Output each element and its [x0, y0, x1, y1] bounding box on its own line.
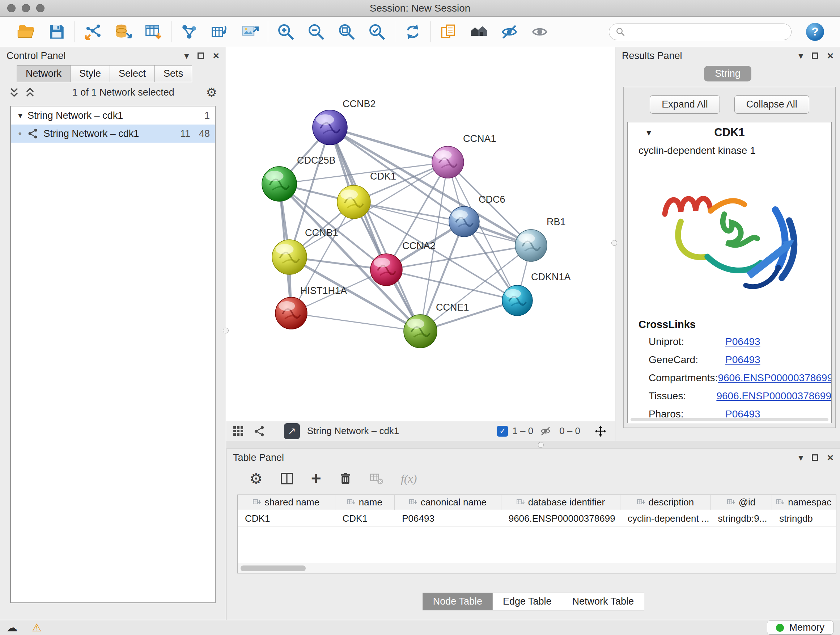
network-node-ccne1[interactable]: [404, 315, 437, 348]
home-button[interactable]: [469, 22, 489, 42]
column-header-database-identifier[interactable]: database identifier: [501, 495, 621, 510]
create-column-button[interactable]: +: [311, 472, 321, 486]
zoom-in-button[interactable]: [276, 22, 295, 42]
splitter-handle[interactable]: [538, 442, 544, 448]
export-image-button[interactable]: [240, 22, 260, 42]
crosslink-genecard-link[interactable]: P06493: [725, 354, 760, 366]
results-panel-float-button[interactable]: ▾: [798, 51, 804, 61]
save-session-button[interactable]: [47, 22, 66, 42]
collapse-all-button[interactable]: Collapse All: [734, 95, 809, 114]
column-header-namespac[interactable]: namespac: [772, 495, 836, 510]
cloud-icon[interactable]: ☁: [6, 622, 17, 633]
network-node-cdk1[interactable]: [337, 185, 370, 219]
column-header-canonical-name[interactable]: canonical name: [395, 495, 501, 510]
column-header-name[interactable]: name: [335, 495, 395, 510]
collapse-all-icon[interactable]: [9, 87, 19, 98]
table-options-gear-icon[interactable]: ⚙: [249, 470, 263, 487]
delete-column-button[interactable]: [339, 472, 352, 486]
tab-network[interactable]: Network: [17, 65, 71, 82]
show-graphics-details-button[interactable]: [530, 22, 549, 42]
protein-card-scrollbar[interactable]: [630, 418, 829, 421]
protein-card-collapse-caret-icon[interactable]: ▾: [646, 127, 651, 138]
node-table: shared namenamecanonical namedatabase id…: [237, 494, 836, 573]
control-panel-float-button[interactable]: ▾: [184, 51, 189, 61]
right-splitter-handle[interactable]: [611, 240, 617, 246]
import-network-from-database-button[interactable]: [113, 22, 133, 42]
network-node-hist1h1a[interactable]: [275, 297, 307, 329]
select-mode-checkbox[interactable]: ✓: [497, 426, 508, 437]
control-panel-close-button[interactable]: ×: [213, 50, 219, 61]
horizontal-splitter[interactable]: [226, 441, 840, 449]
scrollbar-thumb[interactable]: [240, 565, 306, 571]
hide-graphics-details-button[interactable]: [500, 22, 519, 42]
hidden-eye-icon: [540, 425, 551, 437]
column-header-description[interactable]: description: [621, 495, 711, 510]
tab-edge-table[interactable]: Edge Table: [493, 593, 562, 610]
import-table-from-file-button[interactable]: [144, 22, 163, 42]
search-input[interactable]: [629, 26, 785, 37]
zoom-out-button[interactable]: [306, 22, 326, 42]
tab-style[interactable]: Style: [70, 65, 110, 82]
export-view-button[interactable]: ↗: [284, 423, 300, 439]
results-panel-maximize-button[interactable]: [812, 52, 818, 59]
table-panel-maximize-button[interactable]: [812, 454, 818, 461]
network-node-rb1[interactable]: [515, 230, 547, 261]
network-selection-summary: 1 of 1 Network selected: [41, 87, 206, 98]
network-node-ccna1[interactable]: [432, 146, 464, 178]
crosslink-tissues-link[interactable]: 9606.ENSP00000378699: [716, 390, 831, 402]
network-node-cdkn1a[interactable]: [502, 285, 532, 316]
table-horizontal-scrollbar[interactable]: [238, 563, 836, 573]
network-canvas[interactable]: CCNB2CCNA1CDC25BCDK1CDC6RB1CCNB1CCNA2CDK…: [226, 47, 615, 421]
left-splitter-handle[interactable]: [223, 328, 229, 333]
network-edge[interactable]: [330, 127, 420, 331]
column-header--id[interactable]: @id: [711, 495, 772, 510]
eye-icon: [531, 23, 549, 41]
function-builder-button-disabled[interactable]: f(x): [401, 472, 417, 486]
column-header-shared-name[interactable]: shared name: [238, 495, 335, 510]
crosslink-uniprot-link[interactable]: P06493: [725, 336, 760, 348]
table-panel-float-button[interactable]: ▾: [798, 453, 804, 463]
clone-network-button[interactable]: [439, 22, 458, 42]
network-edge[interactable]: [330, 127, 448, 162]
crosslink-compartments-link[interactable]: 9606.ENSP00000378699: [718, 372, 832, 384]
network-collection-row[interactable]: ▾ String Network – cdk1 1: [11, 106, 215, 125]
tab-node-table[interactable]: Node Table: [423, 593, 493, 610]
control-panel-maximize-button[interactable]: [197, 52, 204, 59]
network-node-ccnb1[interactable]: [272, 240, 307, 274]
help-button[interactable]: ?: [806, 23, 824, 41]
birds-eye-view-button[interactable]: [231, 424, 246, 439]
new-network-button[interactable]: [180, 22, 199, 42]
network-row[interactable]: ● String Network – cdk1 11 48: [11, 125, 215, 143]
apply-layout-button[interactable]: [403, 22, 423, 42]
pan-mode-button[interactable]: [593, 424, 608, 439]
delete-table-button-disabled[interactable]: [370, 472, 384, 486]
network-node-ccnb2[interactable]: [313, 110, 347, 145]
memory-button[interactable]: Memory: [767, 621, 834, 635]
zoom-fit-button[interactable]: [337, 22, 356, 42]
warning-icon[interactable]: ⚠: [32, 622, 42, 633]
open-session-button[interactable]: [17, 22, 36, 42]
hidden-elements-button[interactable]: [538, 424, 553, 439]
import-database-icon: [114, 23, 132, 41]
table-panel-close-button[interactable]: ×: [827, 452, 834, 463]
network-node-cdc25b[interactable]: [262, 166, 297, 201]
network-view-share-button[interactable]: [252, 424, 267, 439]
network-node-cdc6[interactable]: [449, 206, 479, 237]
zoom-selected-button[interactable]: [367, 22, 387, 42]
network-options-gear-icon[interactable]: ⚙: [206, 85, 217, 100]
expand-all-icon[interactable]: [25, 87, 35, 98]
network-edge[interactable]: [386, 270, 517, 301]
import-network-from-file-button[interactable]: [83, 22, 103, 42]
table-row[interactable]: CDK1CDK1P064939606.ENSP00000378699cyclin…: [238, 510, 836, 527]
tab-string[interactable]: String: [704, 66, 752, 81]
network-node-ccna2[interactable]: [370, 254, 402, 286]
tab-select[interactable]: Select: [110, 65, 155, 82]
tab-sets[interactable]: Sets: [155, 65, 192, 82]
network-edge[interactable]: [291, 313, 420, 331]
tab-network-table[interactable]: Network Table: [562, 593, 645, 610]
expand-all-button[interactable]: Expand All: [650, 95, 720, 114]
network-from-table-button[interactable]: [210, 22, 229, 42]
show-columns-button[interactable]: [280, 472, 294, 486]
results-panel-close-button[interactable]: ×: [827, 50, 834, 61]
tree-expand-caret-icon[interactable]: ▾: [18, 111, 22, 120]
